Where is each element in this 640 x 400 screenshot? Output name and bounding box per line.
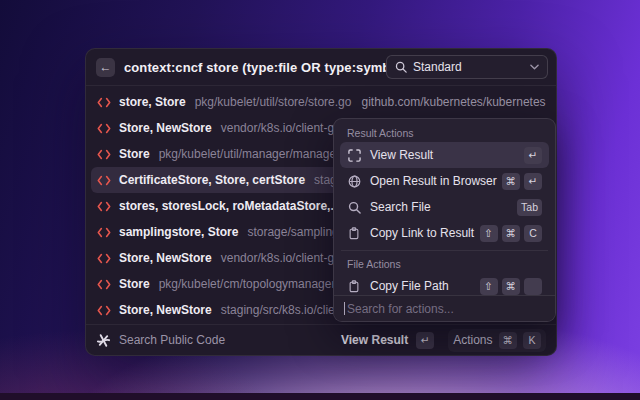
search-icon bbox=[347, 201, 361, 214]
search-query-input[interactable]: context:cncf store (type:file OR type:sy… bbox=[124, 60, 386, 75]
code-symbol-icon bbox=[97, 123, 111, 134]
code-symbol-icon bbox=[97, 201, 111, 212]
result-symbols: stores, storesLock, roMetadataStore,... bbox=[119, 199, 340, 213]
action-label: Open Result in Browser bbox=[370, 174, 497, 188]
k-key-chip: K bbox=[523, 332, 541, 349]
actions-search-placeholder: Search for actions... bbox=[347, 302, 454, 316]
command-key-chip: ⌘ bbox=[502, 278, 521, 295]
code-symbol-icon bbox=[97, 175, 111, 186]
result-symbols: samplingstore, Store bbox=[119, 225, 238, 239]
section-title-result-actions: Result Actions bbox=[340, 124, 549, 142]
footer-bar: Search Public Code View Result ↵ Actions… bbox=[86, 324, 556, 355]
clipboard-icon bbox=[347, 280, 361, 293]
code-symbol-icon bbox=[97, 149, 111, 160]
search-mode-label: Standard bbox=[413, 60, 524, 74]
result-repo: github.com/kubernetes/kubernetes bbox=[351, 95, 545, 109]
action-open-result-in-browser[interactable]: Open Result in Browser ⌘ ↵ bbox=[340, 168, 549, 194]
back-arrow-icon: ← bbox=[100, 61, 112, 73]
result-symbols: Store bbox=[119, 147, 150, 161]
actions-search-input[interactable]: Search for actions... bbox=[334, 295, 555, 321]
command-key-chip: ⌘ bbox=[502, 173, 521, 190]
return-key-chip: ↵ bbox=[524, 173, 542, 190]
view-result-footer-button[interactable]: View Result bbox=[341, 333, 408, 347]
code-symbol-icon bbox=[97, 227, 111, 238]
key-chip bbox=[524, 278, 542, 295]
result-path: pkg/kubelet/util/manager/manager.go bbox=[159, 147, 356, 161]
text-caret bbox=[344, 302, 345, 315]
result-symbols: Store bbox=[119, 277, 150, 291]
tab-key-chip: Tab bbox=[517, 199, 542, 216]
brand: Search Public Code bbox=[96, 333, 225, 348]
chevron-down-icon bbox=[530, 64, 539, 70]
code-symbol-icon bbox=[97, 305, 111, 316]
brand-label: Search Public Code bbox=[119, 333, 225, 347]
action-label: Copy File Path bbox=[370, 279, 449, 293]
code-symbol-icon bbox=[97, 253, 111, 264]
actions-popup: Result Actions View Result ↵ Open Result… bbox=[333, 118, 556, 322]
expand-icon bbox=[347, 149, 361, 162]
action-search-file[interactable]: Search File Tab bbox=[340, 194, 549, 220]
desktop-background: ← context:cncf store (type:file OR type:… bbox=[0, 0, 640, 400]
result-path: pkg/kubelet/util/store/store.go bbox=[195, 95, 352, 109]
shift-key-chip: ⇧ bbox=[480, 225, 498, 242]
command-key-chip: ⌘ bbox=[499, 332, 518, 349]
popup-divider bbox=[341, 250, 548, 251]
sourcegraph-logo-icon bbox=[96, 333, 111, 348]
globe-icon bbox=[347, 175, 361, 188]
search-header: ← context:cncf store (type:file OR type:… bbox=[86, 49, 556, 86]
result-row-1[interactable]: store, Store pkg/kubelet/util/store/stor… bbox=[86, 89, 556, 115]
shift-key-chip: ⇧ bbox=[480, 278, 498, 295]
result-symbols: Store, NewStore bbox=[119, 251, 212, 265]
c-key-chip: C bbox=[524, 225, 542, 242]
return-key-chip: ↵ bbox=[416, 332, 434, 349]
result-symbols: CertificateStore, Store, certStore bbox=[119, 173, 305, 187]
actions-footer-button[interactable]: Actions ⌘ K bbox=[448, 329, 546, 352]
command-key-chip: ⌘ bbox=[502, 225, 521, 242]
actions-label: Actions bbox=[453, 333, 492, 347]
section-title-file-actions: File Actions bbox=[340, 255, 549, 273]
action-label: Search File bbox=[370, 200, 431, 214]
action-label: View Result bbox=[370, 148, 433, 162]
result-symbols: Store, NewStore bbox=[119, 303, 212, 317]
result-symbols: store, Store bbox=[119, 95, 186, 109]
action-label: Copy Link to Result bbox=[370, 226, 474, 240]
clipboard-icon bbox=[347, 227, 361, 240]
action-view-result[interactable]: View Result ↵ bbox=[340, 142, 549, 168]
back-button[interactable]: ← bbox=[96, 58, 115, 77]
search-mode-dropdown[interactable]: Standard bbox=[386, 55, 548, 79]
action-copy-link-to-result[interactable]: Copy Link to Result ⇧ ⌘ C bbox=[340, 220, 549, 246]
screen-bottom-edge bbox=[0, 393, 640, 400]
return-key-chip: ↵ bbox=[524, 147, 542, 164]
code-symbol-icon bbox=[97, 279, 111, 290]
code-symbol-icon bbox=[97, 97, 111, 108]
search-icon bbox=[395, 61, 407, 73]
result-symbols: Store, NewStore bbox=[119, 121, 212, 135]
